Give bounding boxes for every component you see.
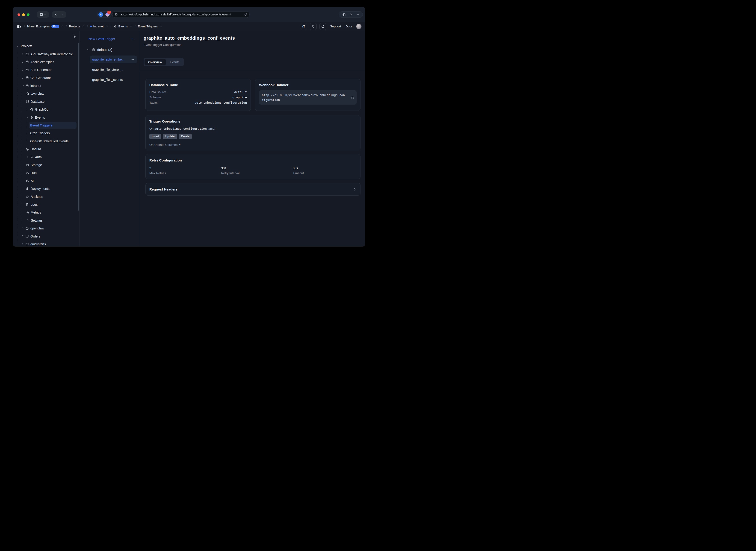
sidebar-item-cat-generator[interactable]: Cat Generator	[13, 74, 79, 82]
close-window-button[interactable]	[17, 13, 20, 16]
tab-overview-icon[interactable]	[342, 13, 346, 16]
retry-label: Timeout	[293, 171, 356, 175]
breadcrumb-separator: /	[110, 24, 111, 29]
sidebar-item-overview[interactable]: Overview	[13, 90, 79, 97]
sidebar-item-auth[interactable]: Auth	[13, 153, 79, 161]
support-link[interactable]: Support	[329, 25, 342, 28]
browser-history-buttons	[52, 11, 66, 18]
tab-overview[interactable]: Overview	[145, 59, 166, 65]
reload-icon[interactable]	[244, 13, 247, 16]
card-title: Webhook Handler	[259, 83, 356, 87]
unpin-sidebar-icon[interactable]	[73, 34, 77, 38]
sidebar-item-settings[interactable]: Settings	[13, 216, 79, 224]
kv-value: auto_embeddings_configuration	[195, 101, 247, 104]
sidebar-item-run[interactable]: Run	[13, 169, 79, 177]
address-bar[interactable]: app.nhost.io/orgs/bzhrmnukvzmseiatiijd/p…	[112, 11, 250, 18]
cloud-icon	[26, 195, 29, 198]
copy-icon[interactable]	[350, 96, 354, 99]
avatar[interactable]	[356, 24, 361, 29]
sidebar-item-intranet[interactable]: intranet	[13, 82, 79, 90]
back-icon[interactable]	[54, 13, 58, 16]
badge-delete: Delete	[179, 134, 192, 139]
request-headers-card[interactable]: Request Headers	[146, 183, 360, 195]
breadcrumb-page[interactable]: Event Triggers	[138, 25, 163, 28]
chevron-down-icon	[87, 48, 90, 51]
tab-events[interactable]: Events	[166, 59, 183, 65]
sidebar-item-backups[interactable]: Backups	[13, 192, 79, 200]
sidebar-item-label: Database	[31, 100, 44, 103]
sidebar-scrollbar[interactable]	[78, 43, 79, 210]
sidebar-item-label: One-Off Scheduled Events	[30, 139, 68, 143]
sidebar-item-bun-generator[interactable]: Bun Generator	[13, 66, 79, 74]
graphite-assistant-button[interactable]: g	[300, 23, 307, 30]
unfold-icon[interactable]	[105, 25, 108, 28]
sidebar-item-event-triggers[interactable]: Event Triggers	[13, 121, 79, 129]
more-menu-icon[interactable]	[131, 58, 134, 61]
sidebar-item-one-off-scheduled-events[interactable]: One-Off Scheduled Events	[13, 137, 79, 145]
breadcrumb-separator: /	[66, 24, 67, 29]
browser-sidebar-toggle[interactable]	[37, 11, 49, 18]
extension-notification-badge: 7	[107, 11, 111, 14]
webhook-url: http://ai:8090/v1/webhooks/auto-embeddin…	[262, 93, 345, 102]
unfold-icon[interactable]	[160, 25, 163, 28]
docs-link[interactable]: Docs	[344, 25, 353, 28]
sidebar-item-api-gateway[interactable]: API Gateway with Remote Sc...	[13, 50, 79, 58]
sidebar-item-events[interactable]: Events	[13, 113, 79, 121]
extension-diamond-icon[interactable]: 7	[105, 12, 110, 17]
projects-label: Projects	[69, 25, 80, 28]
sidebar-item-projects[interactable]: Projects	[13, 42, 79, 50]
sidebar-item-quickstarts[interactable]: quickstarts	[13, 240, 79, 246]
cards-container: Database & Table Data Source: default Sc…	[146, 79, 360, 195]
chevron-right-icon	[21, 235, 24, 238]
page-subtitle: Event Trigger Configuration	[144, 43, 360, 47]
sidebar-item-apollo-examples[interactable]: Apollo examples	[13, 58, 79, 66]
sidebar-item-metrics[interactable]: Metrics	[13, 208, 79, 216]
new-event-trigger-button[interactable]: New Event Trigger	[80, 35, 140, 42]
unfold-icon[interactable]	[130, 25, 133, 28]
sidebar-item-orders[interactable]: Orders	[13, 232, 79, 240]
section-name: Events	[118, 25, 128, 28]
sidebar-item-database[interactable]: Database	[13, 98, 79, 105]
trigger-list-item-selected[interactable]: graphite_auto_embe...	[80, 54, 140, 64]
sidebar-item-cron-triggers[interactable]: Cron Triggers	[13, 129, 79, 137]
sidebar-item-storage[interactable]: Storage	[13, 161, 79, 169]
breadcrumb-projects[interactable]: Projects	[69, 25, 85, 28]
sidebar-item-graphql[interactable]: GraphQL	[13, 105, 79, 113]
user-icon	[30, 155, 33, 159]
reader-mode-icon[interactable]	[115, 13, 118, 16]
breadcrumb-project[interactable]: intranet	[90, 25, 108, 28]
sidebar-item-openclaw[interactable]: openclaw	[13, 224, 79, 232]
forward-icon[interactable]	[61, 13, 64, 16]
zoom-window-button[interactable]	[27, 13, 29, 16]
card-title: Trigger Operations	[149, 119, 356, 124]
sidebar-item-label: Bun Generator	[30, 68, 52, 72]
sidebar-item-ai[interactable]: AI	[13, 177, 79, 185]
chevron-down-icon	[26, 116, 29, 119]
on-prefix: On	[149, 127, 154, 130]
breadcrumb-separator: /	[135, 24, 136, 29]
content-area: Projects API Gateway with Remote Sc... A…	[13, 31, 365, 246]
unfold-icon[interactable]	[61, 25, 64, 28]
org-name: Nhost Examples	[27, 25, 50, 28]
kv-label: Schema:	[149, 96, 162, 99]
nhost-logo-icon[interactable]	[17, 24, 22, 29]
trigger-list-item[interactable]: graphite_file_store_...	[80, 64, 140, 75]
extension-b-icon[interactable]: B	[98, 12, 103, 17]
minimize-window-button[interactable]	[22, 13, 25, 16]
trigger-group-default[interactable]: default (3)	[80, 46, 140, 53]
sidebar-item-hasura[interactable]: Hasura	[13, 145, 79, 153]
share-icon[interactable]	[349, 13, 353, 16]
operation-badges: Insert Update Delete	[149, 134, 356, 139]
breadcrumb-org[interactable]: Nhost Examples Pro	[27, 25, 64, 28]
unfold-icon[interactable]	[82, 25, 85, 28]
breadcrumb-section[interactable]: Events	[113, 25, 133, 28]
retry-configuration-card: Retry Configuration 3 Max Retries 30s Re…	[146, 154, 360, 179]
event-triggers-panel: New Event Trigger default (3) graphite_a…	[80, 31, 140, 246]
sidebar-item-logs[interactable]: Logs	[13, 201, 79, 208]
new-tab-icon[interactable]	[356, 13, 359, 16]
notifications-button[interactable]	[310, 23, 317, 30]
sidebar-item-label: Projects	[21, 44, 32, 48]
announcements-button[interactable]	[319, 23, 326, 30]
sidebar-item-deployments[interactable]: Deployments	[13, 185, 79, 192]
trigger-list-item[interactable]: graphite_files_events	[80, 75, 140, 85]
